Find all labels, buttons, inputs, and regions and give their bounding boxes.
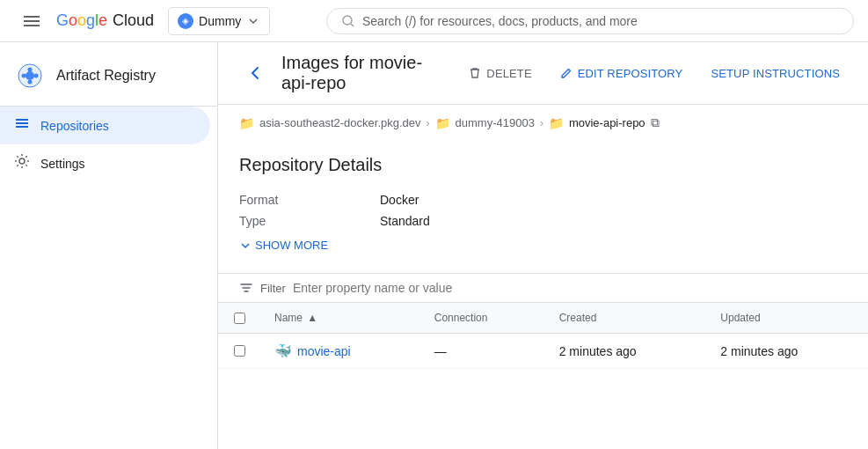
row-name-cell: 🐳 movie-api bbox=[260, 334, 420, 369]
col-created-label: Created bbox=[559, 312, 597, 324]
svg-rect-12 bbox=[16, 122, 28, 124]
row-checkbox[interactable] bbox=[234, 345, 245, 357]
row-created-cell: 2 minutes ago bbox=[545, 334, 707, 369]
chevron-down-icon bbox=[239, 239, 252, 252]
top-nav: Google Cloud ◈ Dummy Search (/) for reso… bbox=[0, 0, 868, 42]
table-row: 🐳 movie-api — 2 minutes ago 2 minutes ag… bbox=[218, 334, 868, 369]
col-updated-label: Updated bbox=[720, 312, 760, 324]
filter-icon bbox=[239, 281, 253, 295]
row-checkbox-cell bbox=[218, 334, 260, 369]
svg-point-6 bbox=[26, 71, 34, 80]
back-button[interactable] bbox=[239, 57, 271, 89]
breadcrumb-item-registry[interactable]: asia-southeast2-docker.pkg.dev bbox=[259, 116, 421, 129]
col-name-label: Name bbox=[274, 312, 303, 324]
breadcrumb-current: movie-api-repo ⧉ bbox=[569, 115, 660, 130]
main-content: Images for movie-api-repo DELETE EDIT RE… bbox=[218, 42, 868, 449]
breadcrumb-folder-icon-3: 📁 bbox=[549, 116, 564, 130]
docker-icon: 🐳 bbox=[274, 342, 292, 359]
svg-point-10 bbox=[28, 80, 33, 85]
svg-rect-13 bbox=[16, 126, 28, 128]
row-name-link[interactable]: 🐳 movie-api bbox=[274, 342, 406, 359]
repositories-icon bbox=[14, 115, 30, 136]
col-name[interactable]: Name ▲ bbox=[260, 303, 420, 334]
svg-line-4 bbox=[351, 24, 354, 26]
detail-format: Format Docker bbox=[239, 189, 847, 210]
row-name: movie-api bbox=[297, 344, 351, 358]
breadcrumb-folder-icon-2: 📁 bbox=[435, 116, 450, 130]
copy-icon[interactable]: ⧉ bbox=[651, 115, 660, 130]
sidebar-item-settings[interactable]: Settings bbox=[0, 144, 210, 182]
col-updated: Updated bbox=[706, 303, 868, 334]
breadcrumb-folder-icon-1: 📁 bbox=[239, 116, 254, 130]
format-label: Format bbox=[239, 193, 380, 207]
format-value: Docker bbox=[380, 193, 419, 207]
type-value: Standard bbox=[380, 214, 430, 228]
svg-point-9 bbox=[28, 68, 33, 72]
col-connection-label: Connection bbox=[434, 312, 488, 324]
dropdown-chevron-icon bbox=[246, 14, 260, 28]
header-actions: DELETE EDIT REPOSITORY SETUP INSTRUCTION… bbox=[462, 62, 847, 85]
show-more-button[interactable]: SHOW MORE bbox=[239, 239, 328, 252]
svg-point-3 bbox=[343, 16, 352, 25]
project-selector[interactable]: ◈ Dummy bbox=[168, 7, 270, 35]
settings-icon bbox=[14, 153, 30, 173]
search-icon bbox=[341, 14, 355, 28]
svg-rect-0 bbox=[24, 16, 40, 18]
search-bar[interactable]: Search (/) for resources, docs, products… bbox=[326, 8, 854, 34]
side-nav-header: Artifact Registry bbox=[0, 49, 217, 107]
row-updated-cell: 2 minutes ago bbox=[706, 334, 868, 369]
images-table: Name ▲ Connection Created Updated bbox=[218, 302, 868, 369]
filter-label: Filter bbox=[260, 282, 286, 295]
col-created: Created bbox=[545, 303, 707, 334]
project-icon: ◈ bbox=[178, 13, 193, 29]
breadcrumb-project-label: dummy-419003 bbox=[456, 116, 535, 129]
svg-rect-2 bbox=[24, 25, 40, 26]
row-updated: 2 minutes ago bbox=[720, 344, 798, 358]
page-title: Images for movie-api-repo bbox=[281, 53, 451, 93]
artifact-registry-icon bbox=[14, 60, 46, 92]
breadcrumb-registry-label: asia-southeast2-docker.pkg.dev bbox=[259, 116, 421, 129]
row-connection: — bbox=[434, 344, 447, 358]
col-connection: Connection bbox=[420, 303, 545, 334]
svg-point-7 bbox=[22, 74, 26, 78]
svg-point-14 bbox=[19, 158, 25, 164]
repositories-label: Repositories bbox=[40, 119, 109, 133]
breadcrumb-sep-2: › bbox=[540, 117, 543, 129]
delete-icon bbox=[469, 67, 481, 79]
edit-repository-button[interactable]: EDIT REPOSITORY bbox=[553, 62, 690, 85]
repository-details-section: Repository Details Format Docker Type St… bbox=[218, 141, 868, 266]
detail-type: Type Standard bbox=[239, 210, 847, 232]
delete-button[interactable]: DELETE bbox=[462, 62, 538, 85]
search-placeholder: Search (/) for resources, docs, products… bbox=[362, 14, 638, 28]
filter-bar: Filter bbox=[218, 273, 868, 302]
row-connection-cell: — bbox=[420, 334, 545, 369]
sidebar-item-repositories[interactable]: Repositories bbox=[0, 107, 210, 144]
breadcrumb-item-project[interactable]: dummy-419003 bbox=[456, 116, 535, 129]
side-nav-title: Artifact Registry bbox=[56, 68, 156, 84]
delete-label: DELETE bbox=[486, 67, 531, 80]
type-label: Type bbox=[239, 214, 380, 228]
setup-label: SETUP INSTRUCTIONS bbox=[711, 67, 840, 80]
page-header: Images for movie-api-repo DELETE EDIT RE… bbox=[218, 42, 868, 105]
select-all-checkbox[interactable] bbox=[234, 313, 245, 324]
setup-instructions-button[interactable]: SETUP INSTRUCTIONS bbox=[704, 62, 847, 85]
show-more-label: SHOW MORE bbox=[255, 239, 328, 252]
svg-point-8 bbox=[34, 74, 39, 78]
section-title: Repository Details bbox=[239, 155, 847, 175]
google-cloud-logo: Google Cloud bbox=[56, 11, 154, 30]
table-header-row: Name ▲ Connection Created Updated bbox=[218, 303, 868, 334]
breadcrumb-current-label: movie-api-repo bbox=[569, 116, 646, 129]
side-nav: Artifact Registry Repositories Settings bbox=[0, 42, 218, 449]
row-created: 2 minutes ago bbox=[559, 344, 637, 358]
breadcrumb: 📁 asia-southeast2-docker.pkg.dev › 📁 dum… bbox=[218, 105, 868, 141]
settings-label: Settings bbox=[40, 157, 85, 171]
svg-rect-11 bbox=[16, 119, 28, 121]
breadcrumb-sep-1: › bbox=[427, 117, 430, 129]
svg-rect-1 bbox=[24, 20, 40, 22]
project-name: Dummy bbox=[199, 14, 241, 28]
hamburger-menu[interactable] bbox=[14, 4, 49, 39]
col-checkbox bbox=[218, 303, 260, 334]
sort-icon: ▲ bbox=[307, 312, 317, 324]
edit-icon bbox=[560, 67, 573, 79]
filter-input[interactable] bbox=[293, 281, 847, 295]
